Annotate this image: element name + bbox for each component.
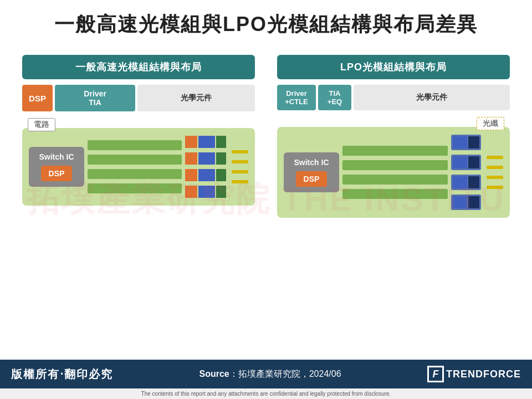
- left-board-area: 電路 Switch IC DSP: [22, 128, 255, 206]
- left-component-row: DSP DriverTIA 光學元件: [22, 85, 255, 111]
- left-conn-blue-1: [198, 136, 215, 148]
- tf-f-letter: F: [433, 369, 439, 380]
- left-yellow-1: [232, 150, 248, 154]
- page-title: 一般高速光模組與LPO光模組結構與布局差異: [22, 11, 510, 38]
- right-dsp-inner: DSP: [296, 171, 328, 187]
- fb-dark-1: [468, 136, 479, 149]
- left-cable-area: [88, 140, 182, 193]
- left-dsp-box: DSP: [22, 85, 53, 111]
- left-board-content: Switch IC DSP: [29, 136, 248, 198]
- left-conn-blue-2: [198, 152, 215, 165]
- right-green-1: [342, 146, 448, 156]
- slide: 一般高速光模組與LPO光模組結構與布局差異 一般高速光模組結構與布局 DSP D…: [0, 0, 532, 399]
- footer: 版權所有‧翻印必究 Source：拓墣產業研究院，2024/06 F TREND…: [0, 360, 532, 388]
- left-conn-1: [185, 136, 226, 148]
- right-fiber-row-2: [451, 155, 481, 170]
- left-diagram-header: 一般高速光模組結構與布局: [22, 55, 255, 79]
- left-switch-label: Switch IC: [39, 152, 74, 161]
- right-yellow-4: [487, 186, 503, 189]
- left-board-label: 電路: [28, 118, 55, 131]
- right-component-row: Driver+CTLE TIA+EQ 光學元件: [277, 85, 510, 110]
- right-green-4: [342, 189, 448, 199]
- right-switch-label: Switch IC: [294, 158, 329, 167]
- left-conn-blue-3: [198, 169, 215, 181]
- fb-dark-4: [468, 196, 479, 208]
- right-switch-ic: Switch IC DSP: [284, 152, 339, 192]
- right-tia-eq-box: TIA+EQ: [318, 85, 351, 110]
- right-diagram: LPO光模組結構與布局 Driver+CTLE TIA+EQ 光學元件 光纖 S…: [277, 55, 510, 218]
- left-diagram: 一般高速光模組結構與布局 DSP DriverTIA 光學元件 電路 Switc…: [22, 55, 255, 206]
- right-cable-area: [342, 146, 448, 199]
- left-yellow-lines: [229, 150, 248, 183]
- footer-copyright: 版權所有‧翻印必究: [11, 367, 113, 382]
- right-board-content: Switch IC DSP: [284, 135, 503, 210]
- right-yellow-1: [487, 156, 503, 159]
- right-fiber-label: 光纖: [477, 117, 504, 130]
- left-conn-green-1: [216, 136, 226, 148]
- left-conn-green-2: [216, 152, 226, 165]
- left-switch-ic: Switch IC DSP: [29, 147, 84, 187]
- disclaimer: The contents of this report and any atta…: [0, 388, 532, 399]
- right-yellow-2: [487, 166, 503, 169]
- trendforce-icon: F: [427, 366, 444, 382]
- right-driver-ctle-box: Driver+CTLE: [277, 85, 316, 110]
- left-conn-orange-3: [185, 169, 197, 181]
- fb-dark-2: [468, 156, 479, 168]
- left-conn-orange-4: [185, 186, 197, 198]
- left-yellow-2: [232, 160, 248, 163]
- green-line-3: [88, 169, 182, 179]
- right-yellow-3: [487, 176, 503, 179]
- left-yellow-4: [232, 180, 248, 183]
- left-dsp-inner: DSP: [41, 166, 73, 181]
- fb-blue-2: [453, 156, 467, 168]
- fb-dark-3: [468, 176, 479, 188]
- right-fiber-row-4: [451, 195, 481, 210]
- right-fiber-blocks: [451, 135, 481, 210]
- main-content: 一般高速光模組與LPO光模組結構與布局差異 一般高速光模組結構與布局 DSP D…: [0, 0, 532, 360]
- fb-blue-1: [453, 136, 467, 149]
- diagrams-row: 一般高速光模組結構與布局 DSP DriverTIA 光學元件 電路 Switc…: [22, 55, 510, 354]
- right-fiber-row-3: [451, 175, 481, 190]
- source-text: ：拓墣產業研究院，2024/06: [229, 369, 341, 378]
- right-board-area: 光纖 Switch IC DSP: [277, 127, 510, 218]
- left-connectors: [185, 136, 226, 198]
- left-conn-3: [185, 169, 226, 181]
- green-line-1: [88, 140, 182, 150]
- left-conn-orange-1: [185, 136, 197, 148]
- green-line-4: [88, 183, 182, 193]
- fb-blue-4: [453, 196, 467, 208]
- left-driver-box: DriverTIA: [55, 85, 135, 111]
- left-optics-box: 光學元件: [137, 85, 255, 111]
- right-fiber-row-1: [451, 135, 481, 150]
- footer-source: Source：拓墣產業研究院，2024/06: [199, 369, 341, 380]
- left-yellow-3: [232, 170, 248, 173]
- right-green-3: [342, 175, 448, 185]
- green-line-2: [88, 155, 182, 165]
- right-optics-box: 光學元件: [354, 85, 510, 110]
- fb-blue-3: [453, 176, 467, 188]
- right-yellow-lines: [484, 156, 503, 189]
- left-conn-green-4: [216, 186, 226, 198]
- right-diagram-header: LPO光模組結構與布局: [277, 55, 510, 79]
- left-conn-orange-2: [185, 152, 197, 165]
- footer-logo: F TRENDFORCE: [427, 366, 521, 382]
- left-conn-2: [185, 152, 226, 165]
- source-label: Source: [199, 369, 229, 378]
- trendforce-text: TRENDFORCE: [446, 369, 521, 380]
- left-conn-blue-4: [198, 186, 215, 198]
- right-green-2: [342, 160, 448, 170]
- left-conn-4: [185, 186, 226, 198]
- left-conn-green-3: [216, 169, 226, 181]
